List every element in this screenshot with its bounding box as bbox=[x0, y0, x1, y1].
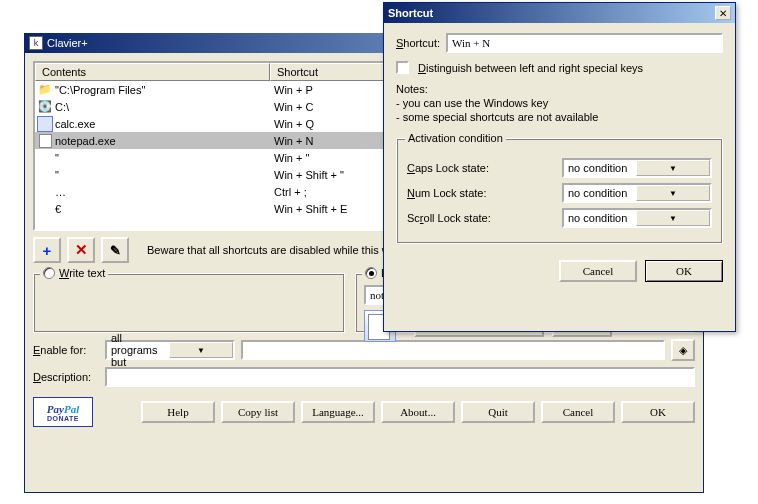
notes-block: Notes: - you can use the Windows key - s… bbox=[396, 82, 723, 124]
copy-list-button[interactable]: Copy list bbox=[221, 401, 295, 423]
dialog-cancel-button[interactable]: Cancel bbox=[559, 260, 637, 282]
blank-icon bbox=[37, 201, 53, 217]
cancel-button[interactable]: Cancel bbox=[541, 401, 615, 423]
caps-lock-label: Caps Lock state: bbox=[407, 162, 489, 174]
distinguish-label: Distinguish between left and right speci… bbox=[418, 62, 643, 74]
write-text-label: Write text bbox=[59, 267, 105, 279]
enable-for-value: all programs but bbox=[107, 332, 169, 368]
blank-icon bbox=[37, 184, 53, 200]
target-picker-button[interactable]: ◈ bbox=[671, 339, 695, 361]
row-text: " bbox=[55, 152, 59, 164]
distinguish-checkbox[interactable] bbox=[396, 61, 409, 74]
group-legend: Activation condition bbox=[405, 132, 506, 144]
dialog-title: Shortcut bbox=[388, 7, 433, 19]
chevron-down-icon[interactable]: ▼ bbox=[636, 210, 710, 226]
add-button[interactable]: + bbox=[33, 237, 61, 263]
row-text: C:\ bbox=[55, 101, 69, 113]
app-icon: k bbox=[29, 36, 43, 50]
launch-radio[interactable] bbox=[365, 267, 377, 279]
notes-label: Notes: bbox=[396, 82, 723, 96]
description-label: Description: bbox=[33, 371, 99, 383]
row-text: calc.exe bbox=[55, 118, 95, 130]
enable-for-input[interactable] bbox=[241, 340, 665, 360]
language-button[interactable]: Language... bbox=[301, 401, 375, 423]
drive-icon: 💽 bbox=[37, 99, 53, 115]
dialog-titlebar[interactable]: Shortcut ✕ bbox=[384, 3, 735, 23]
num-lock-combo[interactable]: no condition▼ bbox=[562, 183, 712, 203]
note-line: - you can use the Windows key bbox=[396, 96, 723, 110]
shortcut-dialog: Shortcut ✕ Shortcut: Distinguish between… bbox=[383, 2, 736, 332]
scroll-lock-combo[interactable]: no condition▼ bbox=[562, 208, 712, 228]
delete-button[interactable]: ✕ bbox=[67, 237, 95, 263]
calc-icon bbox=[37, 116, 53, 132]
row-text: "C:\Program Files" bbox=[55, 84, 145, 96]
description-input[interactable] bbox=[105, 367, 695, 387]
help-button[interactable]: Help bbox=[141, 401, 215, 423]
paypal-donate-button[interactable]: PayPal DONATE bbox=[33, 397, 93, 427]
row-text: … bbox=[55, 186, 66, 198]
about-button[interactable]: About... bbox=[381, 401, 455, 423]
note-line: - some special shortcuts are not availab… bbox=[396, 110, 723, 124]
activation-condition-group: Activation condition Caps Lock state: no… bbox=[396, 138, 723, 244]
close-button[interactable]: ✕ bbox=[715, 6, 731, 20]
shortcut-field-label: Shortcut: bbox=[396, 37, 440, 49]
row-text: notepad.exe bbox=[55, 135, 116, 147]
row-text: € bbox=[55, 203, 61, 215]
col-contents[interactable]: Contents bbox=[35, 63, 270, 81]
blank-icon bbox=[37, 167, 53, 183]
enable-for-combo[interactable]: all programs but ▼ bbox=[105, 340, 235, 360]
caps-lock-combo[interactable]: no condition▼ bbox=[562, 158, 712, 178]
notepad-icon bbox=[37, 133, 53, 149]
folder-icon: 📁 bbox=[37, 82, 53, 98]
dialog-ok-button[interactable]: OK bbox=[645, 260, 723, 282]
chevron-down-icon[interactable]: ▼ bbox=[636, 160, 710, 176]
app-title: Clavier+ bbox=[47, 37, 88, 49]
blank-icon bbox=[37, 150, 53, 166]
scroll-lock-label: Scroll Lock state: bbox=[407, 212, 491, 224]
chevron-down-icon[interactable]: ▼ bbox=[636, 185, 710, 201]
quit-button[interactable]: Quit bbox=[461, 401, 535, 423]
shortcut-input[interactable] bbox=[446, 33, 723, 53]
write-text-radio-group[interactable]: Write text bbox=[40, 267, 108, 279]
edit-button[interactable]: ✎ bbox=[101, 237, 129, 263]
ok-button[interactable]: OK bbox=[621, 401, 695, 423]
enable-for-label: Enable for: bbox=[33, 344, 99, 356]
write-text-radio[interactable] bbox=[43, 267, 55, 279]
row-text: " bbox=[55, 169, 59, 181]
num-lock-label: Num Lock state: bbox=[407, 187, 487, 199]
chevron-down-icon[interactable]: ▼ bbox=[169, 342, 233, 358]
